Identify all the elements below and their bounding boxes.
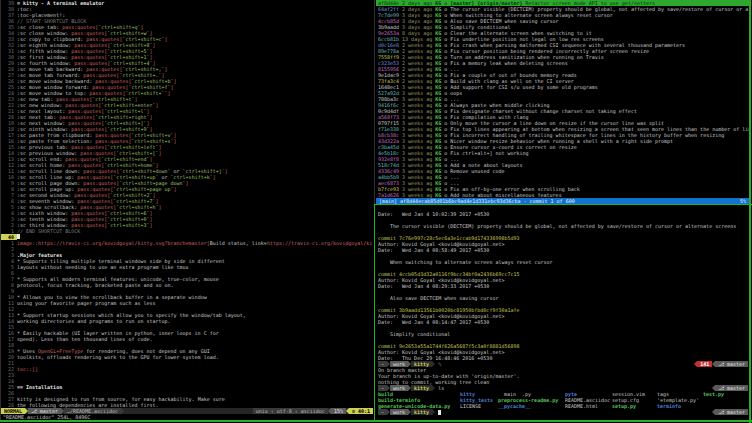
shell-prompt[interactable]: ~workkitty ⎇ master [376, 409, 749, 415]
editor-line[interactable]: 11using your favorite pager program such… [1, 300, 373, 306]
editor-line-text: image::https://travis-ci.org/kovidgoyal/… [17, 240, 373, 246]
editor-line-text: == Installation [17, 384, 373, 390]
tig-log-pane[interactable]: af8d44e 2 days ago KG o [master] {origin… [376, 0, 749, 198]
editor-line[interactable]: 14working directories and programs to ru… [1, 318, 373, 324]
commit-message: Add support for CSI s/u used by some old… [450, 84, 598, 90]
shell-pane[interactable]: Date: Wed Jan 4 10:02:39 2017 +0530 The … [376, 205, 749, 417]
prompt-git-branch: ⎇ master [715, 409, 748, 415]
editor-line[interactable]: 17speed). Less than ten thousand lines o… [1, 336, 373, 342]
editor-line[interactable]: 5layouts without needing to use an extra… [1, 264, 373, 270]
editor-line-text: protocol, focus tracking, bracketed past… [17, 282, 373, 288]
editor-line[interactable]: 8protocol, focus tracking, bracketed pas… [1, 282, 373, 288]
tig-status-bar: [main] af8d44ecab85d01b6bc0ad4e1d331ebc9… [376, 198, 749, 204]
active-window-left-border [374, 204, 375, 421]
editor-line[interactable]: 1image::https://travis-ci.org/kovidgoyal… [1, 240, 373, 246]
editor-line-text: using your favorite pager program such a… [17, 300, 373, 306]
pane-divider-inactive [374, 0, 375, 204]
terminal-cursor [438, 410, 441, 415]
tig-scroll-percent: 5% [740, 198, 746, 204]
editor-line-text: working directories and programs to run … [17, 318, 373, 324]
prompt-path-segment: work [390, 409, 408, 415]
commit-message: Fix a memory leak when deleting screens [450, 60, 567, 66]
tig-status-text: [main] af8d44ecab85d01b6bc0ad4e1d331ebc9… [379, 198, 575, 204]
editor-line[interactable]: 25== Installation [1, 384, 373, 390]
vim-command-line: "README.asciidoc" 254L, 8496C [3, 414, 373, 420]
vim-cursor [17, 234, 20, 239]
editor-line-text: speed). Less than ten thousand lines of … [17, 336, 373, 342]
editor-line[interactable]: 22toc::[] [1, 366, 373, 372]
prompt-path-segment: ~ [378, 409, 387, 415]
active-window-right-border [749, 0, 751, 423]
editor-line-text: layouts without needing to use an extra … [17, 264, 373, 270]
vim-editor-pane[interactable]: 39= kitty - A terminal emulator38:toc:37… [1, 0, 373, 408]
active-window-bottom-border [0, 420, 752, 422]
editor-line-text: toolkits, offloads rendering work to the… [17, 354, 373, 360]
prompt-path-segment: kitty [411, 409, 432, 415]
editor-line-text: toc::[] [17, 366, 373, 372]
commit-message: Fix ctrl+alt+] not working [450, 150, 528, 156]
right-prompt: ⎇ master [712, 409, 748, 415]
editor-line[interactable]: 20toolkits, offloads rendering work to t… [1, 354, 373, 360]
